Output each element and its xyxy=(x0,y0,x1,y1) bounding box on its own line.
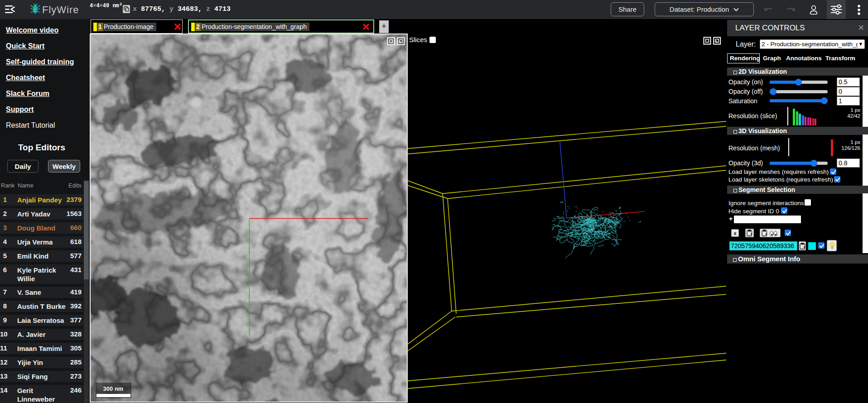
svg-text:300 nm: 300 nm xyxy=(103,385,124,392)
